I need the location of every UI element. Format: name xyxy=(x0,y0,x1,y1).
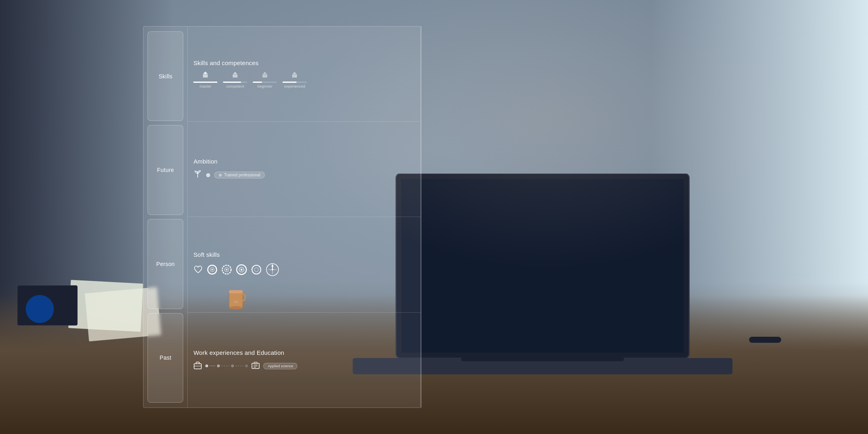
nav-skills-button[interactable]: Skills xyxy=(147,31,183,121)
skill-bar-experienced xyxy=(283,82,307,83)
ambition-tag: ⊕ Trained professional xyxy=(214,172,264,178)
paper-2 xyxy=(68,280,143,332)
ambition-dot xyxy=(206,173,210,177)
panel-right-divider xyxy=(421,26,422,408)
heart-icon xyxy=(193,265,203,276)
skill-competent: competent xyxy=(223,71,247,88)
applied-science-text: Applied science xyxy=(268,364,293,368)
skill-bar-beginner xyxy=(253,82,277,83)
nav-person-button[interactable]: Person xyxy=(147,219,183,309)
education-icon xyxy=(251,361,260,371)
content-area: Skills and competences master xyxy=(188,27,420,407)
svg-rect-8 xyxy=(461,357,624,361)
skill-experienced: experienced xyxy=(283,71,307,88)
person-section: Soft skills xyxy=(188,217,420,312)
sprout-icon xyxy=(193,170,202,180)
svg-point-28 xyxy=(252,265,261,274)
svg-rect-15 xyxy=(262,74,267,78)
soft-skill-ring-4 xyxy=(251,264,262,276)
profile-panel: Skills Future Person Past Skills and com… xyxy=(143,26,421,408)
skill-bars-row: master competent xyxy=(193,71,415,88)
svg-marker-14 xyxy=(233,72,237,74)
skills-section: Skills and competences master xyxy=(188,27,420,122)
skill-icon-competent xyxy=(231,71,239,80)
skill-label-beginner: beginner xyxy=(258,84,272,88)
svg-point-24 xyxy=(226,269,227,270)
small-laptop xyxy=(17,285,78,326)
nav-person-label: Person xyxy=(156,261,175,267)
nav-future-label: Future xyxy=(157,167,174,173)
svg-rect-13 xyxy=(233,74,237,78)
briefcase-icon xyxy=(193,361,202,371)
skill-icon-experienced xyxy=(291,71,298,80)
skills-title: Skills and competences xyxy=(193,59,415,66)
panel-right-border xyxy=(420,27,421,407)
applied-science-tag: Applied science xyxy=(263,363,297,369)
nav-past-label: Past xyxy=(160,354,171,361)
ambition-tag-icon: ⊕ xyxy=(219,173,222,177)
svg-point-27 xyxy=(241,269,243,271)
soft-skill-ring-3 xyxy=(236,264,247,277)
soft-skill-ring-2 xyxy=(221,264,232,276)
soft-skill-ring-1 xyxy=(207,264,217,276)
svg-marker-16 xyxy=(263,72,267,74)
nav-column: Skills Future Person Past xyxy=(143,27,188,407)
past-row: Applied science xyxy=(193,361,415,371)
phone xyxy=(749,337,781,343)
skill-master: master xyxy=(193,71,217,88)
future-section: Ambition ⊕ Trained professional xyxy=(188,122,420,217)
svg-point-29 xyxy=(254,268,258,272)
nav-future-button[interactable]: Future xyxy=(147,125,183,215)
svg-rect-12 xyxy=(204,72,207,74)
soft-skills-icons xyxy=(193,263,415,278)
skill-bar-master xyxy=(193,82,217,83)
skill-bar-competent xyxy=(223,82,247,83)
svg-rect-17 xyxy=(292,74,297,78)
nav-skills-label: Skills xyxy=(159,73,172,80)
skill-label-competent: competent xyxy=(226,84,244,88)
compass-icon xyxy=(266,263,279,278)
skill-label-master: master xyxy=(200,84,211,88)
svg-marker-33 xyxy=(271,264,274,266)
future-title: Ambition xyxy=(193,158,415,165)
svg-rect-43 xyxy=(254,362,257,363)
past-section: Work experiences and Education xyxy=(188,313,420,407)
past-title: Work experiences and Education xyxy=(193,349,415,356)
ambition-row: ⊕ Trained professional xyxy=(193,170,415,180)
timeline-dots xyxy=(205,364,248,367)
skill-icon-master xyxy=(202,71,209,80)
svg-point-21 xyxy=(211,269,213,270)
skill-beginner: beginner xyxy=(253,71,277,88)
skill-icon-beginner xyxy=(261,71,268,80)
skill-label-experienced: experienced xyxy=(284,84,305,88)
nav-past-button[interactable]: Past xyxy=(147,313,183,403)
ambition-tag-text: Trained professional xyxy=(224,173,260,177)
svg-marker-18 xyxy=(293,72,297,74)
person-title: Soft skills xyxy=(193,251,415,258)
svg-rect-10 xyxy=(203,74,208,78)
